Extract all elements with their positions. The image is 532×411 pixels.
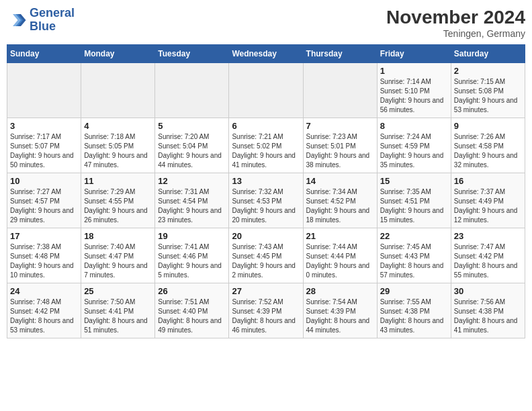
header-cell-monday: Monday (81, 45, 155, 63)
day-number: 21 (306, 231, 374, 241)
calendar-table: SundayMondayTuesdayWednesdayThursdayFrid… (7, 44, 525, 338)
header-cell-saturday: Saturday (451, 45, 525, 63)
day-detail: Sunrise: 7:29 AM Sunset: 4:55 PM Dayligh… (84, 187, 152, 225)
day-number: 14 (306, 176, 374, 186)
day-cell: 2Sunrise: 7:15 AM Sunset: 5:08 PM Daylig… (451, 63, 525, 118)
week-row-1: 3Sunrise: 7:17 AM Sunset: 5:07 PM Daylig… (7, 118, 525, 173)
day-cell: 14Sunrise: 7:34 AM Sunset: 4:52 PM Dayli… (303, 173, 377, 228)
day-detail: Sunrise: 7:43 AM Sunset: 4:45 PM Dayligh… (232, 242, 300, 280)
day-number: 25 (84, 286, 152, 296)
calendar-header: SundayMondayTuesdayWednesdayThursdayFrid… (7, 45, 525, 63)
day-number: 28 (306, 286, 374, 296)
day-detail: Sunrise: 7:31 AM Sunset: 4:54 PM Dayligh… (158, 187, 226, 225)
day-cell: 6Sunrise: 7:21 AM Sunset: 5:02 PM Daylig… (229, 118, 303, 173)
day-detail: Sunrise: 7:40 AM Sunset: 4:47 PM Dayligh… (84, 242, 152, 280)
title-block: November 2024 Teningen, Germany (386, 7, 525, 39)
day-cell: 9Sunrise: 7:26 AM Sunset: 4:58 PM Daylig… (451, 118, 525, 173)
day-cell: 12Sunrise: 7:31 AM Sunset: 4:54 PM Dayli… (155, 173, 229, 228)
day-detail: Sunrise: 7:35 AM Sunset: 4:51 PM Dayligh… (380, 187, 448, 225)
day-detail: Sunrise: 7:26 AM Sunset: 4:58 PM Dayligh… (454, 132, 522, 170)
day-cell: 27Sunrise: 7:52 AM Sunset: 4:39 PM Dayli… (229, 283, 303, 338)
day-number: 23 (454, 231, 522, 241)
day-number: 16 (454, 176, 522, 186)
week-row-0: 1Sunrise: 7:14 AM Sunset: 5:10 PM Daylig… (7, 63, 525, 118)
day-detail: Sunrise: 7:41 AM Sunset: 4:46 PM Dayligh… (158, 242, 226, 280)
day-number: 9 (454, 121, 522, 131)
day-detail: Sunrise: 7:45 AM Sunset: 4:43 PM Dayligh… (380, 242, 448, 280)
day-number: 3 (10, 121, 78, 131)
logo-icon (7, 10, 27, 30)
day-detail: Sunrise: 7:38 AM Sunset: 4:48 PM Dayligh… (10, 242, 78, 280)
day-detail: Sunrise: 7:15 AM Sunset: 5:08 PM Dayligh… (454, 77, 522, 115)
day-cell (7, 63, 81, 118)
header-cell-sunday: Sunday (7, 45, 81, 63)
day-cell: 26Sunrise: 7:51 AM Sunset: 4:40 PM Dayli… (155, 283, 229, 338)
day-number: 29 (380, 286, 448, 296)
day-cell: 11Sunrise: 7:29 AM Sunset: 4:55 PM Dayli… (81, 173, 155, 228)
day-detail: Sunrise: 7:50 AM Sunset: 4:41 PM Dayligh… (84, 298, 152, 335)
header-cell-tuesday: Tuesday (155, 45, 229, 63)
day-cell: 17Sunrise: 7:38 AM Sunset: 4:48 PM Dayli… (7, 228, 81, 283)
day-cell: 3Sunrise: 7:17 AM Sunset: 5:07 PM Daylig… (7, 118, 81, 173)
day-cell: 4Sunrise: 7:18 AM Sunset: 5:05 PM Daylig… (81, 118, 155, 173)
day-cell (155, 63, 229, 118)
day-cell: 29Sunrise: 7:55 AM Sunset: 4:38 PM Dayli… (377, 283, 451, 338)
day-number: 22 (380, 231, 448, 241)
day-number: 24 (10, 286, 78, 296)
day-number: 30 (454, 286, 522, 296)
day-cell: 7Sunrise: 7:23 AM Sunset: 5:01 PM Daylig… (303, 118, 377, 173)
day-number: 13 (232, 176, 300, 186)
day-number: 11 (84, 176, 152, 186)
day-cell: 23Sunrise: 7:47 AM Sunset: 4:42 PM Dayli… (451, 228, 525, 283)
day-number: 12 (158, 176, 226, 186)
day-number: 4 (84, 121, 152, 131)
day-detail: Sunrise: 7:54 AM Sunset: 4:39 PM Dayligh… (306, 298, 374, 335)
day-detail: Sunrise: 7:52 AM Sunset: 4:39 PM Dayligh… (232, 298, 300, 335)
day-detail: Sunrise: 7:44 AM Sunset: 4:44 PM Dayligh… (306, 242, 374, 280)
logo-text: General Blue (30, 7, 75, 34)
day-detail: Sunrise: 7:24 AM Sunset: 4:59 PM Dayligh… (380, 132, 448, 170)
day-detail: Sunrise: 7:55 AM Sunset: 4:38 PM Dayligh… (380, 298, 448, 335)
day-cell (303, 63, 377, 118)
day-number: 20 (232, 231, 300, 241)
day-cell: 8Sunrise: 7:24 AM Sunset: 4:59 PM Daylig… (377, 118, 451, 173)
day-cell: 13Sunrise: 7:32 AM Sunset: 4:53 PM Dayli… (229, 173, 303, 228)
day-detail: Sunrise: 7:17 AM Sunset: 5:07 PM Dayligh… (10, 132, 78, 170)
day-cell: 25Sunrise: 7:50 AM Sunset: 4:41 PM Dayli… (81, 283, 155, 338)
week-row-2: 10Sunrise: 7:27 AM Sunset: 4:57 PM Dayli… (7, 173, 525, 228)
day-detail: Sunrise: 7:56 AM Sunset: 4:38 PM Dayligh… (454, 298, 522, 335)
header-row: SundayMondayTuesdayWednesdayThursdayFrid… (7, 45, 525, 63)
day-cell (81, 63, 155, 118)
day-cell: 1Sunrise: 7:14 AM Sunset: 5:10 PM Daylig… (377, 63, 451, 118)
day-cell: 24Sunrise: 7:48 AM Sunset: 4:42 PM Dayli… (7, 283, 81, 338)
day-detail: Sunrise: 7:20 AM Sunset: 5:04 PM Dayligh… (158, 132, 226, 170)
day-number: 18 (84, 231, 152, 241)
day-number: 19 (158, 231, 226, 241)
day-detail: Sunrise: 7:27 AM Sunset: 4:57 PM Dayligh… (10, 187, 78, 225)
day-cell: 21Sunrise: 7:44 AM Sunset: 4:44 PM Dayli… (303, 228, 377, 283)
day-cell: 18Sunrise: 7:40 AM Sunset: 4:47 PM Dayli… (81, 228, 155, 283)
day-cell: 22Sunrise: 7:45 AM Sunset: 4:43 PM Dayli… (377, 228, 451, 283)
day-cell: 16Sunrise: 7:37 AM Sunset: 4:49 PM Dayli… (451, 173, 525, 228)
header: General Blue November 2024 Teningen, Ger… (7, 7, 525, 39)
week-row-3: 17Sunrise: 7:38 AM Sunset: 4:48 PM Dayli… (7, 228, 525, 283)
day-number: 27 (232, 286, 300, 296)
day-cell: 20Sunrise: 7:43 AM Sunset: 4:45 PM Dayli… (229, 228, 303, 283)
day-detail: Sunrise: 7:34 AM Sunset: 4:52 PM Dayligh… (306, 187, 374, 225)
main-title: November 2024 (386, 7, 525, 28)
day-number: 2 (454, 66, 522, 76)
header-cell-wednesday: Wednesday (229, 45, 303, 63)
day-detail: Sunrise: 7:37 AM Sunset: 4:49 PM Dayligh… (454, 187, 522, 225)
day-cell (229, 63, 303, 118)
day-cell: 30Sunrise: 7:56 AM Sunset: 4:38 PM Dayli… (451, 283, 525, 338)
day-cell: 5Sunrise: 7:20 AM Sunset: 5:04 PM Daylig… (155, 118, 229, 173)
day-number: 5 (158, 121, 226, 131)
day-detail: Sunrise: 7:14 AM Sunset: 5:10 PM Dayligh… (380, 77, 448, 115)
header-cell-thursday: Thursday (303, 45, 377, 63)
day-detail: Sunrise: 7:21 AM Sunset: 5:02 PM Dayligh… (232, 132, 300, 170)
day-number: 6 (232, 121, 300, 131)
day-detail: Sunrise: 7:47 AM Sunset: 4:42 PM Dayligh… (454, 242, 522, 280)
subtitle: Teningen, Germany (386, 28, 525, 39)
day-detail: Sunrise: 7:18 AM Sunset: 5:05 PM Dayligh… (84, 132, 152, 170)
day-number: 7 (306, 121, 374, 131)
